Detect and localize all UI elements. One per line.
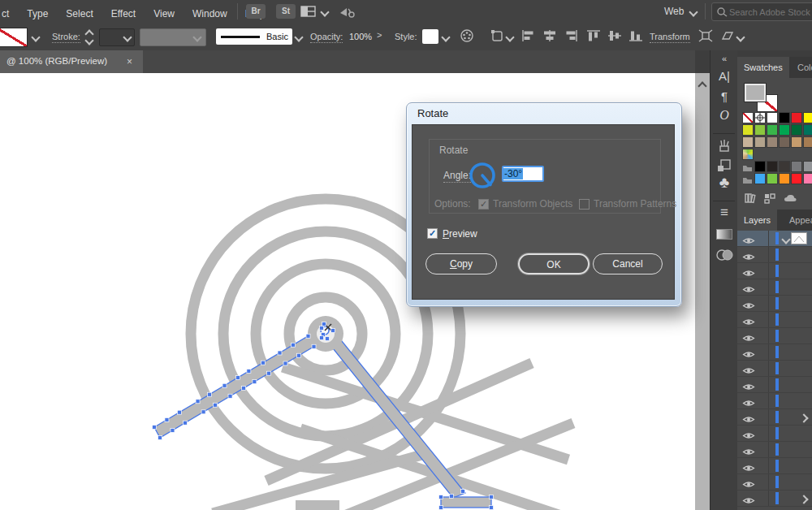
swatch[interactable] <box>791 112 802 123</box>
chevron-down-icon[interactable] <box>320 7 329 16</box>
anchor-point[interactable] <box>177 410 181 414</box>
anchor-point[interactable] <box>165 417 169 421</box>
scroll-up-button[interactable] <box>699 78 706 93</box>
swatch[interactable] <box>803 136 812 148</box>
swatch[interactable] <box>803 173 812 184</box>
transform-panel-link[interactable]: Transform <box>650 32 690 43</box>
share-icon[interactable] <box>338 4 356 19</box>
anchor-point[interactable] <box>201 410 205 414</box>
tab-swatches[interactable]: Swatches <box>737 57 789 78</box>
chevron-down-icon[interactable] <box>294 32 303 41</box>
align-top-icon[interactable] <box>586 29 601 42</box>
anchor-point[interactable] <box>158 436 162 440</box>
preview-checkbox[interactable]: ✓ <box>427 228 438 239</box>
opacity-more-button[interactable]: > <box>377 30 382 40</box>
workspace-layout-icon[interactable] <box>300 6 317 17</box>
tab-appearance[interactable]: Appearance <box>783 210 812 231</box>
workspace-switcher[interactable]: Web <box>664 6 684 17</box>
angle-label[interactable]: Angle: <box>443 170 471 183</box>
layer-row[interactable] <box>737 296 812 312</box>
anchor-point[interactable] <box>296 353 300 357</box>
document-tab[interactable]: @ 100% (RGB/Preview) × <box>0 50 143 73</box>
symbols-panel-icon[interactable] <box>710 158 738 173</box>
swatch[interactable] <box>754 124 766 136</box>
anchor-point[interactable] <box>261 361 265 365</box>
anchor-point[interactable] <box>312 344 316 348</box>
menu-item-ct[interactable]: ct <box>2 8 9 19</box>
swatch[interactable] <box>803 112 812 123</box>
layer-row[interactable] <box>737 409 812 426</box>
stroke-label[interactable]: Stroke: <box>52 32 80 43</box>
anchor-point[interactable] <box>439 506 443 510</box>
rotate-dialog[interactable]: Rotate Rotate Angle: -30° Options: ✓ Tra… <box>406 102 682 307</box>
anchor-point[interactable] <box>461 490 465 494</box>
transparency-panel-icon[interactable] <box>710 248 738 262</box>
copy-button[interactable]: Copy <box>425 253 497 274</box>
search-input[interactable] <box>728 6 812 18</box>
anchor-point[interactable] <box>242 387 246 391</box>
chevron-down-icon[interactable] <box>781 235 790 244</box>
swatch[interactable] <box>767 112 778 123</box>
anchor-point[interactable] <box>306 334 310 338</box>
swatch[interactable] <box>767 173 778 184</box>
anchor-point[interactable] <box>320 326 324 331</box>
anchor-point[interactable] <box>283 361 287 365</box>
anchor-point[interactable] <box>196 400 200 404</box>
swatch[interactable] <box>754 161 766 172</box>
anchor-point[interactable] <box>331 329 335 333</box>
layer-row[interactable] <box>737 344 812 361</box>
align-left-icon[interactable] <box>521 29 536 42</box>
cancel-button[interactable]: Cancel <box>593 253 663 274</box>
layer-row[interactable] <box>737 393 812 409</box>
swatch[interactable] <box>742 124 754 136</box>
fill-proxy[interactable] <box>744 83 767 102</box>
cloud-libraries-icon[interactable] <box>783 192 801 205</box>
swatch[interactable] <box>791 136 802 148</box>
layer-row[interactable] <box>737 328 812 344</box>
gradient-panel-icon[interactable] <box>710 229 738 240</box>
stroke-weight-dropdown[interactable] <box>99 28 135 46</box>
preview-label[interactable]: Preview <box>443 228 477 240</box>
anchor-point[interactable] <box>213 403 217 407</box>
stroke-panel-icon[interactable]: ≡ <box>710 205 738 221</box>
stock-button[interactable]: St <box>276 4 296 19</box>
menu-item-view[interactable]: View <box>153 8 175 19</box>
swatch[interactable] <box>754 136 766 148</box>
swatch[interactable] <box>779 112 790 123</box>
swatch[interactable] <box>803 161 812 172</box>
layer-row[interactable] <box>737 247 812 263</box>
anchor-point[interactable] <box>320 336 324 340</box>
opacity-label[interactable]: Opacity: <box>310 32 343 43</box>
align-vertical-center-icon[interactable] <box>607 29 622 42</box>
anchor-point[interactable] <box>222 383 227 387</box>
anchor-point[interactable] <box>291 343 295 347</box>
swatch[interactable] <box>779 136 790 148</box>
graphic-styles-panel-icon[interactable]: ♣ <box>710 174 738 192</box>
angle-dial[interactable] <box>468 161 497 190</box>
layer-row[interactable] <box>737 377 812 393</box>
chevron-down-icon[interactable] <box>31 32 40 41</box>
chevron-down-icon[interactable] <box>736 32 745 41</box>
layer-row[interactable] <box>737 263 812 279</box>
width-profile-dropdown[interactable] <box>140 28 206 46</box>
chevron-down-icon[interactable] <box>689 7 698 16</box>
visibility-eye-icon[interactable] <box>742 494 755 508</box>
swatch-libraries-icon[interactable] <box>744 192 758 205</box>
anchor-point[interactable] <box>278 351 282 355</box>
anchor-point[interactable] <box>253 380 257 384</box>
character-panel-icon[interactable]: A| <box>710 69 738 83</box>
layer-row[interactable] <box>737 231 812 247</box>
layer-row[interactable] <box>737 361 812 377</box>
shape-properties-icon[interactable] <box>490 29 505 42</box>
anchor-point[interactable] <box>228 394 232 398</box>
swatch[interactable] <box>779 124 790 136</box>
menu-item-select[interactable]: Select <box>66 8 93 19</box>
swatch[interactable] <box>742 136 754 148</box>
fill-none-swatch[interactable] <box>0 28 28 47</box>
opacity-value[interactable]: 100% <box>349 32 372 41</box>
stock-search-box[interactable] <box>711 2 812 21</box>
bridge-button[interactable]: Br <box>246 4 266 19</box>
swatch[interactable] <box>767 161 778 172</box>
swatch[interactable] <box>767 124 778 136</box>
swatch-none[interactable] <box>742 112 754 123</box>
